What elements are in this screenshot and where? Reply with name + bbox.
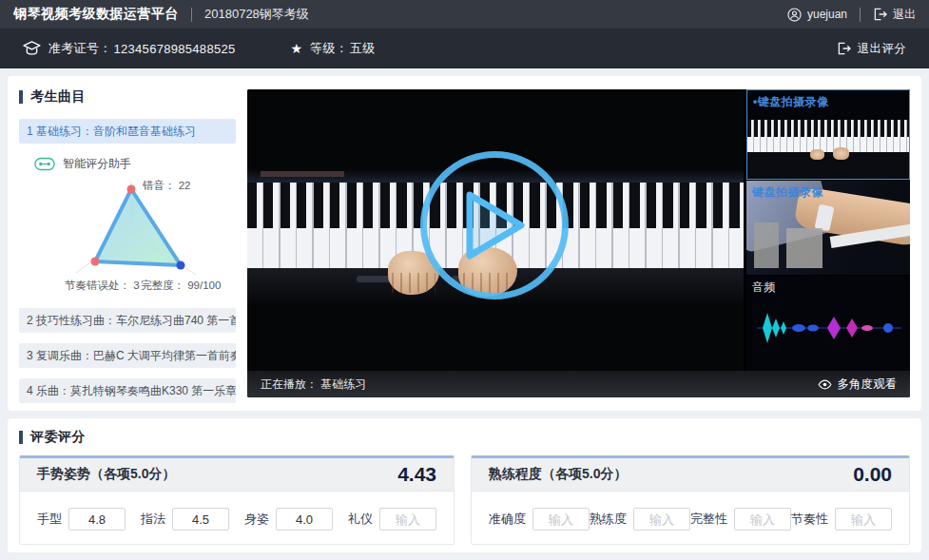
exit-scoring-button[interactable]: 退出评分 — [837, 41, 906, 57]
background-block — [786, 228, 823, 268]
top-navbar: 钢琴视频考级数据运营平台 20180728钢琴考级 yuejuan 退出 — [0, 0, 929, 29]
radar-label-rhythm-errors: 节奏错误处： 3 — [65, 280, 140, 291]
score-field-accuracy: 准确度 — [489, 508, 590, 531]
app-title: 钢琴视频考级数据运营平台 — [13, 6, 179, 23]
card-score: 4.43 — [397, 463, 436, 486]
score-field-rhythm: 节奏性 — [791, 508, 892, 531]
divider — [860, 8, 861, 22]
completeness-input[interactable] — [734, 508, 791, 531]
radar-point-rhythm-errors — [91, 258, 100, 266]
score-field-posture: 身姿 — [244, 508, 333, 531]
star-icon: ★ — [291, 41, 303, 56]
score-field-proficiency: 熟练度 — [590, 508, 690, 531]
score-field-hand-shape: 手型 — [37, 508, 126, 531]
radar-chart: 错音： 22 节奏错误处： 3 完整度： 99/100 — [19, 174, 236, 298]
logout-icon[interactable] — [873, 8, 887, 21]
divider — [191, 8, 192, 22]
radar-point-completeness — [177, 261, 185, 270]
field-label: 熟练度 — [590, 511, 627, 528]
card-title: 熟练程度（各项5.0分） — [489, 466, 627, 483]
exit-icon — [837, 42, 851, 55]
background-block — [754, 222, 779, 268]
card-score: 0.00 — [853, 463, 892, 486]
section-accent-bar — [19, 431, 23, 444]
thumb-hand — [833, 147, 849, 160]
session-title: 20180728钢琴考级 — [204, 6, 309, 23]
proficiency-input[interactable] — [633, 508, 690, 531]
play-button[interactable] — [420, 151, 569, 299]
graduation-cap-icon — [23, 41, 41, 56]
thumb-piano-body — [747, 152, 909, 179]
hand-shape-input[interactable] — [68, 508, 126, 531]
song-item-2[interactable]: 2 技巧性练习曲：车尔尼练习曲740 第一首 — [19, 308, 236, 333]
field-label: 手型 — [37, 511, 62, 528]
logout-button[interactable]: 退出 — [893, 7, 916, 23]
accuracy-input[interactable] — [532, 508, 590, 531]
rhythm-input[interactable] — [835, 508, 892, 531]
eye-icon — [818, 379, 832, 390]
field-label: 礼仪 — [348, 511, 373, 528]
multi-angle-button[interactable]: 多角度观看 — [818, 377, 898, 393]
video-area: •键盘拍摄录像 键盘拍摄录像 音频 — [247, 89, 910, 397]
song-item-4[interactable]: 4 乐曲：莫扎特钢琴奏鸣曲K330 第一乐章 — [19, 378, 236, 403]
ticket-label: 准考证号： — [48, 40, 112, 57]
score-field-etiquette: 礼仪 — [348, 508, 436, 531]
keyboard-camera-thumb-2[interactable]: 键盘拍摄录像 — [746, 181, 910, 275]
scoring-title: 评委评分 — [30, 429, 86, 446]
radar-point-wrong-notes — [127, 185, 136, 194]
field-label: 完整性 — [690, 511, 727, 528]
thumb-hand — [810, 149, 824, 160]
audio-track-panel[interactable]: 音频 — [746, 276, 910, 371]
section-accent-bar — [19, 90, 23, 104]
smart-scoring-assistant: 智能评分助手 — [34, 156, 236, 172]
exam-info-bar: 准考证号： 12345678985488525 ★ 等级： 五级 退出评分 — [0, 29, 929, 68]
fingering-input[interactable] — [172, 508, 229, 531]
radar-label-completeness: 完整度： 99/100 — [141, 280, 221, 291]
now-playing-text: 正在播放： 基础练习 — [261, 377, 366, 393]
radar-polygon — [95, 189, 181, 265]
song-list-title: 考生曲目 — [30, 88, 86, 106]
audio-label: 音频 — [752, 280, 776, 296]
user-icon — [787, 8, 802, 22]
assistant-label: 智能评分助手 — [63, 156, 131, 172]
proficiency-score-card: 熟练程度（各项5.0分） 0.00 准确度 熟练度 完整性 — [471, 455, 910, 545]
field-label: 准确度 — [489, 511, 526, 528]
level-value: 五级 — [350, 40, 376, 57]
thumb-piano-keys — [747, 120, 909, 152]
play-icon — [456, 185, 532, 265]
score-field-fingering: 指法 — [141, 508, 229, 531]
audio-waveform — [753, 307, 905, 349]
etiquette-input[interactable] — [379, 508, 436, 531]
song-item-1[interactable]: 1 基础练习：音阶和琶音基础练习 — [19, 119, 236, 144]
song-list-sidebar: 考生曲目 1 基础练习：音阶和琶音基础练习 智能评分助手 — [19, 87, 236, 403]
video-status-bar: 正在播放： 基础练习 多角度观看 — [247, 371, 910, 397]
field-label: 节奏性 — [791, 511, 828, 528]
keyboard-camera-thumb-1[interactable]: •键盘拍摄录像 — [746, 89, 910, 180]
username: yuejuan — [807, 8, 847, 21]
radar-label-wrong-notes: 错音： 22 — [142, 180, 191, 191]
judge-scoring-panel: 评委评分 手势姿势（各项5.0分） 4.43 手型 指法 — [8, 418, 921, 552]
song-item-3[interactable]: 3 复调乐曲：巴赫C 大调平均律第一首前奏曲 — [19, 343, 236, 368]
camera-angle-column: •键盘拍摄录像 键盘拍摄录像 音频 — [746, 89, 910, 371]
gesture-score-card: 手势姿势（各项5.0分） 4.43 手型 指法 身姿 — [19, 455, 455, 545]
score-field-completeness: 完整性 — [690, 508, 791, 531]
field-label: 指法 — [141, 511, 165, 528]
posture-input[interactable] — [276, 508, 333, 531]
thumb1-label: •键盘拍摄录像 — [753, 94, 829, 110]
exam-panel: 考生曲目 1 基础练习：音阶和琶音基础练习 智能评分助手 — [8, 76, 921, 411]
field-label: 身姿 — [244, 511, 269, 528]
level-label: 等级： — [310, 40, 348, 57]
card-title: 手势姿势（各项5.0分） — [37, 466, 175, 483]
main-video-player[interactable] — [247, 89, 744, 371]
link-pill-icon — [34, 157, 55, 171]
ticket-number: 12345678985488525 — [114, 42, 236, 56]
music-stand — [261, 171, 344, 177]
thumb2-label: 键盘拍摄录像 — [752, 184, 823, 201]
